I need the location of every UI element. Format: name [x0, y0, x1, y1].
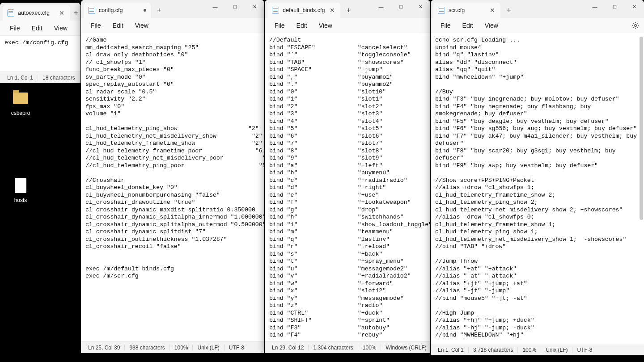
new-tab-button[interactable]: + [72, 6, 80, 20]
tab-title: scr.cfg [449, 7, 465, 13]
desktop-folder-csbepro[interactable]: csbepro [3, 89, 38, 116]
menu-file[interactable]: File [4, 23, 25, 34]
new-tab-button[interactable]: + [342, 4, 356, 17]
menu-edit[interactable]: Edit [107, 20, 129, 31]
editor-content[interactable]: //Default bind "ESCAPE" "cancelselect" b… [265, 33, 430, 341]
menu-edit[interactable]: Edit [457, 20, 479, 31]
window-controls: —☐✕ [585, 0, 644, 13]
status-pos: Ln 1, Col 1 [433, 347, 469, 353]
menu-edit[interactable]: Edit [26, 23, 48, 34]
maximize-button[interactable]: ☐ [605, 0, 624, 13]
window-controls: —☐✕ [371, 0, 430, 13]
window-controls: —☐✕ [205, 0, 264, 13]
scrollbar-thumb[interactable] [640, 37, 643, 220]
status-chars: 1,304 characters [309, 345, 358, 351]
statusbar: Ln 29, Col 121,304 characters100%Windows… [265, 341, 430, 353]
menubar: FileEditView [431, 18, 644, 33]
notepad-icon [438, 7, 445, 14]
file-icon [12, 177, 30, 194]
titlebar[interactable]: config.cfg+—☐✕ [81, 0, 264, 18]
minimize-button[interactable]: — [585, 0, 605, 13]
titlebar[interactable]: default_binds.cfg✕+—☐✕ [265, 0, 430, 18]
tab-close-button[interactable]: ✕ [58, 9, 65, 17]
notepad-window: scr.cfg✕+—☐✕FileEditViewecho scr.cfg Loa… [431, 0, 644, 355]
tab-title: config.cfg [99, 7, 123, 13]
notepad-window: autoexec.cfg✕+FileEditViewexec /m/config… [0, 3, 80, 83]
menubar: FileEditView [0, 21, 80, 36]
minimize-button[interactable]: — [205, 0, 225, 13]
titlebar[interactable]: scr.cfg✕+—☐✕ [431, 0, 644, 18]
status-enc: UTF-8 [572, 347, 597, 353]
tab[interactable]: scr.cfg✕ [433, 3, 500, 18]
editor-content[interactable]: exec /m/config.cfg [0, 36, 80, 72]
notepad-icon [88, 7, 95, 14]
new-tab-button[interactable]: + [502, 4, 516, 17]
status-pos: Ln 1, Col 1 [3, 75, 38, 81]
status-chars: 18 characters [38, 75, 80, 81]
menu-view[interactable]: View [314, 20, 338, 31]
status-enc: UTF-8 [225, 345, 249, 351]
statusbar: Ln 1, Col 13,718 characters100%Unix (LF)… [431, 344, 644, 355]
titlebar[interactable]: autoexec.cfg✕+ [0, 3, 80, 21]
gear-icon[interactable] [631, 21, 640, 29]
maximize-button[interactable]: ☐ [225, 0, 245, 13]
close-button[interactable]: ✕ [624, 0, 644, 13]
status-eol: Unix (LF) [193, 345, 224, 351]
menu-file[interactable]: File [269, 20, 290, 31]
tab-title: default_binds.cfg [283, 7, 325, 13]
svg-point-0 [635, 24, 637, 26]
status-zoom: 100% [358, 345, 381, 351]
scrollbar[interactable] [639, 35, 643, 342]
status-chars: 3,718 characters [469, 347, 518, 353]
editor-content[interactable]: echo scr.cfg Loading ... unbind mouse4 b… [431, 33, 644, 344]
tab-close-button[interactable]: ✕ [489, 7, 496, 14]
status-chars: 938 characters [125, 345, 169, 351]
maximize-button[interactable]: ☐ [391, 0, 411, 13]
menu-view[interactable]: View [479, 20, 504, 31]
status-eol: Windows (CRLF) [381, 345, 430, 351]
tab[interactable]: config.cfg [84, 3, 151, 18]
menubar: FileEditView [81, 18, 264, 33]
desktop-folder-label: csbepro [3, 110, 38, 116]
menu-view[interactable]: View [130, 20, 154, 31]
tab[interactable]: default_binds.cfg✕ [267, 3, 340, 18]
status-zoom: 100% [170, 345, 193, 351]
new-tab-button[interactable]: + [153, 4, 166, 17]
tab-title: autoexec.cfg [18, 10, 50, 16]
notepad-window: config.cfg+—☐✕FileEditView//Game mm_dedi… [81, 0, 264, 353]
menubar: FileEditView [265, 18, 430, 33]
status-pos: Ln 29, Col 12 [267, 345, 309, 351]
close-button[interactable]: ✕ [411, 0, 430, 13]
editor-content[interactable]: //Game mm_dedicated_search_maxping "25" … [81, 33, 264, 341]
desktop-file-hosts[interactable]: hosts [3, 177, 38, 203]
menu-edit[interactable]: Edit [291, 20, 313, 31]
unsaved-dot-icon [144, 9, 146, 12]
status-zoom: 100% [518, 347, 541, 353]
close-button[interactable]: ✕ [245, 0, 264, 13]
statusbar: Ln 1, Col 118 characters [0, 72, 80, 83]
desktop-file-label: hosts [3, 197, 38, 203]
folder-icon [12, 89, 30, 107]
status-pos: Ln 25, Col 39 [84, 345, 125, 351]
statusbar: Ln 25, Col 39938 characters100%Unix (LF)… [81, 341, 264, 353]
menu-file[interactable]: File [85, 20, 106, 31]
minimize-button[interactable]: — [371, 0, 391, 13]
notepad-window: default_binds.cfg✕+—☐✕FileEditView//Defa… [265, 0, 430, 353]
tab-close-button[interactable]: ✕ [329, 7, 336, 14]
status-eol: Unix (LF) [541, 347, 572, 353]
menu-file[interactable]: File [435, 20, 456, 31]
menu-view[interactable]: View [49, 23, 73, 34]
tab[interactable]: autoexec.cfg✕ [3, 5, 70, 21]
notepad-icon [272, 7, 279, 14]
notepad-icon [7, 9, 14, 17]
